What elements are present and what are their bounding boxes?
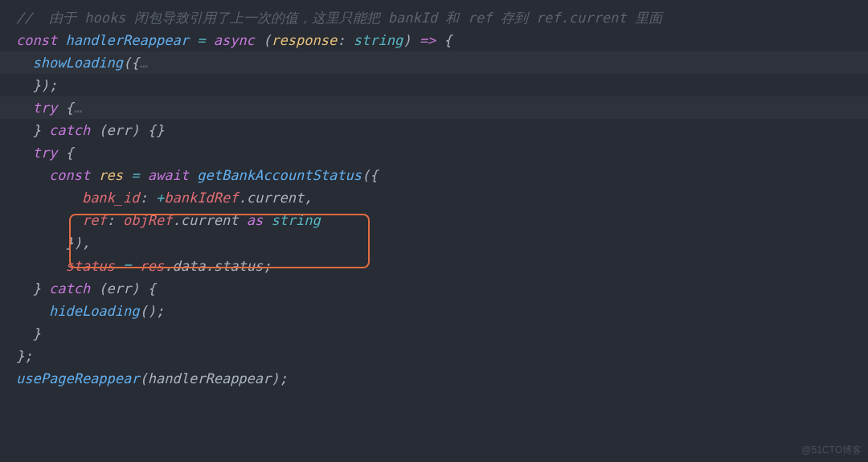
code-line: usePageReappear(handlerReappear);	[0, 367, 868, 390]
code-editor[interactable]: // 由于 hooks 闭包导致引用了上一次的值，这里只能把 bankId 和 …	[0, 0, 868, 396]
code-line: }),	[0, 231, 868, 254]
code-line: const res = await getBankAccountStatus({	[0, 164, 868, 186]
code-line: status = res.data.status;	[0, 255, 868, 277]
code-line: });	[0, 74, 868, 96]
comment: // 由于 hooks 闭包导致引用了上一次的值，这里只能把 bankId 和 …	[16, 10, 662, 26]
code-line: // 由于 hooks 闭包导致引用了上一次的值，这里只能把 bankId 和 …	[0, 6, 868, 29]
code-line: try {…	[0, 96, 868, 119]
code-line: ref: objRef.current as string	[0, 209, 868, 231]
watermark: @51CTO博客	[801, 444, 862, 457]
code-line: try {	[0, 141, 868, 164]
code-line: bank_id: +bankIdRef.current,	[0, 186, 868, 209]
fold-icon[interactable]: …	[74, 100, 82, 116]
code-line: } catch (err) {}	[0, 119, 868, 141]
code-line: showLoading({…	[0, 51, 868, 74]
code-line: }	[0, 322, 868, 345]
code-line: } catch (err) {	[0, 277, 868, 300]
code-line: };	[0, 345, 868, 367]
code-line: const handlerReappear = async (response:…	[0, 29, 868, 51]
fold-icon[interactable]: …	[140, 55, 148, 71]
code-line: hideLoading();	[0, 300, 868, 322]
